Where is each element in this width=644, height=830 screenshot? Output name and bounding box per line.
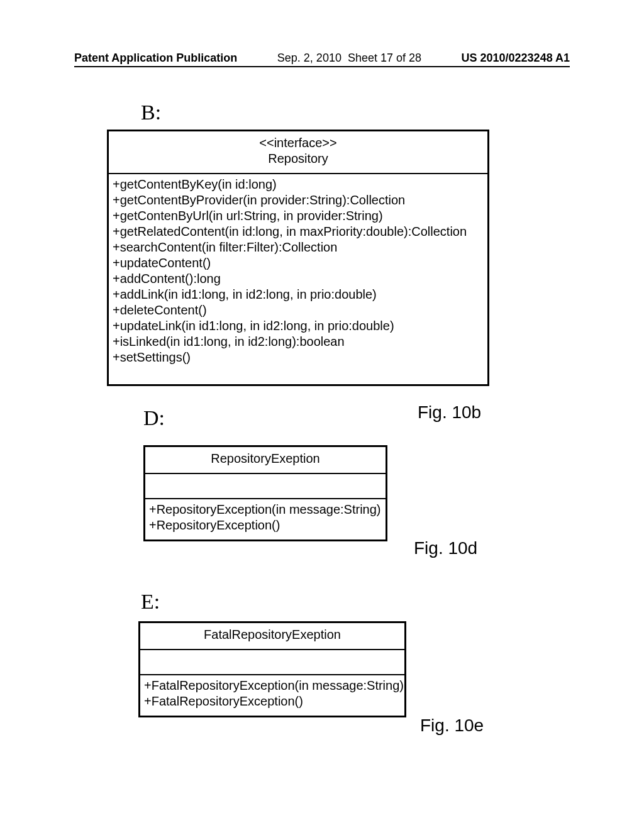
uml-class-repository-exception: RepositoryExeption +RepositoryException(… <box>143 445 387 541</box>
section-label-e: E: <box>141 590 160 614</box>
uml-op: +getRelatedContent(in id:long, in maxPri… <box>113 224 484 240</box>
uml-op: +getContentByKey(in id:long) <box>113 177 484 192</box>
page-header: Patent Application Publication Sep. 2, 2… <box>74 52 570 65</box>
header-sheet: Sheet 17 of 28 <box>348 52 421 64</box>
header-meta: Sep. 2, 2010 Sheet 17 of 28 <box>237 52 461 65</box>
uml-op: +isLinked(in id1:long, in id2:long):bool… <box>113 334 484 350</box>
uml-class-repository: <<interface>> Repository +getContentByKe… <box>107 130 489 386</box>
figure-caption-10b: Fig. 10b <box>418 402 481 423</box>
uml-operations: +FatalRepositoryException(in message:Str… <box>140 675 404 716</box>
uml-op: +updateLink(in id1:long, in id2:long, in… <box>113 318 484 334</box>
uml-class-fatal-repository-exception: FatalRepositoryExeption +FatalRepository… <box>138 621 406 717</box>
uml-stereotype: <<interface>> <box>114 135 482 151</box>
header-rule <box>74 66 570 67</box>
uml-op: +RepositoryException() <box>149 517 382 533</box>
header-publication-number: US 2010/0223248 A1 <box>462 52 570 65</box>
uml-op: +FatalRepositoryException(in message:Str… <box>144 678 401 694</box>
uml-class-header: <<interface>> Repository <box>109 131 487 174</box>
uml-attributes-empty <box>145 474 386 499</box>
uml-operations: +getContentByKey(in id:long) +getContent… <box>109 174 487 384</box>
figure-caption-10d: Fig. 10d <box>414 538 477 558</box>
uml-class-header: FatalRepositoryExeption <box>140 623 404 650</box>
uml-op: +FatalRepositoryException() <box>144 694 401 709</box>
uml-op: +deleteContent() <box>113 302 484 318</box>
uml-op: +setSettings() <box>113 350 484 365</box>
section-label-d: D: <box>143 406 165 430</box>
figure-caption-10e: Fig. 10e <box>420 716 484 736</box>
header-publication-label: Patent Application Publication <box>74 52 237 65</box>
uml-op: +searchContent(in filter:Filter):Collect… <box>113 240 484 255</box>
uml-op: +updateContent() <box>113 255 484 271</box>
uml-op: +addContent():long <box>113 271 484 287</box>
uml-op: +addLink(in id1:long, in id2:long, in pr… <box>113 287 484 302</box>
uml-class-name: RepositoryExeption <box>150 451 380 467</box>
uml-operations: +RepositoryException(in message:String) … <box>145 499 386 540</box>
section-label-b: B: <box>141 101 161 124</box>
uml-attributes-empty <box>140 650 404 675</box>
uml-op: +getContenByUrl(in url:String, in provid… <box>113 208 484 224</box>
uml-class-header: RepositoryExeption <box>145 447 386 474</box>
uml-class-name: FatalRepositoryExeption <box>145 627 399 643</box>
header-date: Sep. 2, 2010 <box>277 52 341 64</box>
uml-op: +getContentByProvider(in provider:String… <box>113 192 484 208</box>
uml-class-name: Repository <box>114 151 482 167</box>
uml-op: +RepositoryException(in message:String) <box>149 502 382 517</box>
